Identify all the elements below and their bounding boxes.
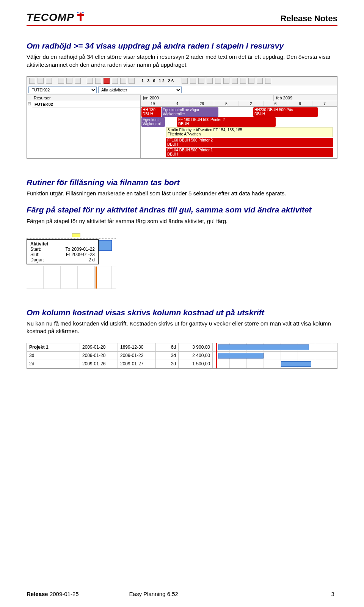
month-feb: feb 2009 — [274, 95, 337, 101]
save-icon[interactable] — [38, 78, 44, 84]
bar-ff160b[interactable]: FF160 DBUH 500 Printer 2 DBUH — [166, 138, 333, 147]
bar-egenkontr2[interactable]: Egenkontr Vågkontrol — [141, 117, 165, 127]
pen-icon[interactable] — [232, 78, 238, 84]
table-row[interactable]: 2d2009-01-262009-01-272d1 500,00 — [27, 360, 337, 368]
section3-heading: Färg på stapel för ny aktivitet ändras t… — [27, 205, 337, 215]
bar-ff104[interactable]: FF104 DBUH 500 Printer 1 DBUH — [166, 148, 333, 157]
filter-icon[interactable] — [95, 78, 101, 84]
gantt-bar[interactable] — [218, 344, 309, 350]
screenshot-cost-table: Projekt 12009-01-201899-12-306d3 900,003… — [27, 343, 337, 369]
svg-rect-4 — [82, 12, 83, 13]
collapse-toggle[interactable]: ⊟ — [27, 101, 32, 108]
left-column-header: Resurser — [27, 95, 140, 101]
gantt-bar[interactable] — [218, 353, 264, 359]
cell-name: 2d — [27, 360, 80, 368]
section2-heading: Rutiner för fillåsning via filnamn tas b… — [27, 178, 337, 187]
bar-filterbyte[interactable]: 3 mån Filterbyte AP-vatten FF 154, 155, … — [166, 127, 333, 137]
section4-heading: Om kolumn kostnad visas skrivs kolumn ko… — [27, 308, 337, 318]
section1-heading: Om radhöjd >= 34 visas uppdrag på andra … — [27, 41, 337, 51]
table-row[interactable]: Projekt 12009-01-201899-12-306d3 900,00 — [27, 343, 337, 352]
section2-body: Funktion utgår. Fillåsningen markerade e… — [27, 190, 337, 197]
find-icon[interactable] — [112, 78, 118, 84]
print-icon[interactable] — [46, 78, 52, 84]
activity-tooltip: Aktivitet Start: To 2009-01-22 Slut: Fr … — [27, 239, 99, 264]
calendar-icon[interactable] — [87, 78, 93, 84]
activity-filter[interactable]: Alla aktiviteter — [98, 86, 182, 93]
footer-release-date: 2009-01-25 — [48, 591, 79, 597]
mini-grid — [27, 266, 116, 289]
logo-text: TECOMP — [27, 11, 74, 24]
view2-icon[interactable] — [223, 78, 229, 84]
check-icon[interactable] — [240, 78, 246, 84]
calendar2-icon[interactable] — [265, 78, 271, 84]
bar-egenkontroll[interactable]: Egenkontroll av vågar Vågkontroller — [162, 107, 218, 117]
today-line — [216, 351, 217, 360]
tooltip-slut-label: Slut: — [30, 252, 39, 257]
book-icon[interactable] — [198, 78, 204, 84]
cell-start: 2009-01-26 — [80, 360, 118, 368]
back-icon[interactable] — [104, 78, 110, 84]
bar-hh130[interactable]: HH 130 DBUH — [141, 107, 161, 117]
cell-duration: 6d — [156, 343, 179, 351]
section3-body: Färgen på stapel för ny aktivitet får sa… — [27, 217, 337, 225]
screenshot-activity-tooltip: Aktivitet Start: To 2009-01-22 Slut: Fr … — [27, 233, 337, 289]
approve-icon[interactable] — [120, 78, 126, 84]
header-title: Release Notes — [281, 14, 337, 24]
tooltip-start-label: Start: — [30, 247, 41, 252]
tooltip-title: Aktivitet — [30, 241, 95, 247]
footer-release-label: Release — [27, 591, 48, 597]
cell-duration: 3d — [156, 352, 179, 360]
month-jan: jan 2009 — [141, 95, 274, 101]
zoom-in-icon[interactable] — [182, 78, 188, 84]
cell-cost: 2 400,00 — [179, 352, 213, 360]
new-activity-marker — [72, 233, 80, 237]
next-icon[interactable] — [257, 78, 263, 84]
cell-name: 3d — [27, 352, 80, 360]
cell-cost: 3 900,00 — [179, 343, 213, 351]
logo: TECOMP — [27, 11, 86, 24]
logo-icon — [76, 12, 86, 23]
cell-cost: 1 500,00 — [179, 360, 213, 368]
section4-body: Nu kan nu få med kostnaden vid utskrift.… — [27, 320, 337, 335]
cell-start: 2009-01-20 — [80, 343, 118, 351]
filter-bar: FUTEK02 Alla aktiviteter — [27, 85, 337, 95]
cell-end: 2009-01-27 — [118, 360, 156, 368]
page-header: TECOMP Release Notes — [27, 11, 337, 26]
cell-duration: 2d — [156, 360, 179, 368]
resource-filter[interactable]: FUTEK02 — [28, 86, 97, 93]
cell-end: 2009-01-22 — [118, 352, 156, 360]
bar-ff160[interactable]: FF 160 DBUH 500 Printer 2 DBUH — [177, 117, 276, 127]
delete-icon[interactable] — [129, 78, 135, 84]
footer-page-number: 3 — [232, 591, 334, 597]
gantt-bar[interactable] — [281, 361, 311, 367]
paste-icon[interactable] — [75, 78, 81, 84]
gantt-bars: HH 130 DBUH Egenkontroll av vågar Vågkon… — [141, 107, 337, 158]
footer-product: Easy Planning 6.52 — [129, 591, 232, 597]
mini-timeline — [27, 233, 116, 239]
page-footer: Release 2009-01-25 Easy Planning 6.52 3 — [27, 589, 337, 597]
cell-name: Projekt 1 — [27, 343, 80, 351]
toolbar: 1 3 6 12 26 — [27, 77, 337, 85]
copy-icon[interactable] — [66, 78, 72, 84]
screenshot-resource-gantt: 1 3 6 12 26 FUTEK02 Alla aktiviteter — [27, 76, 337, 159]
cut-icon[interactable] — [58, 78, 64, 84]
prev-icon[interactable] — [248, 78, 254, 84]
gantt-day-header: 19 4 26 5 2 6 9 7 — [141, 101, 337, 107]
svg-rect-5 — [83, 12, 84, 13]
svg-rect-0 — [80, 13, 82, 21]
zoom-out-icon[interactable] — [190, 78, 196, 84]
today-marker — [96, 266, 97, 289]
new-icon[interactable] — [29, 78, 35, 84]
today-line — [216, 343, 217, 352]
resurser-header: Resurser — [32, 95, 140, 101]
cell-gantt — [213, 360, 337, 368]
table-row[interactable]: 3d2009-01-202009-01-223d2 400,00 — [27, 352, 337, 360]
resource-row[interactable]: FUTEK02 — [32, 101, 140, 108]
cell-gantt — [213, 352, 337, 360]
tooltip-dagar-label: Dagar: — [30, 257, 44, 263]
bar-hh230[interactable]: HH230 DBUH 500 Pås DBUH — [253, 107, 318, 117]
view1-icon[interactable] — [215, 78, 221, 84]
cell-gantt — [213, 343, 337, 351]
svg-rect-3 — [78, 12, 79, 13]
grid-icon[interactable] — [207, 78, 213, 84]
